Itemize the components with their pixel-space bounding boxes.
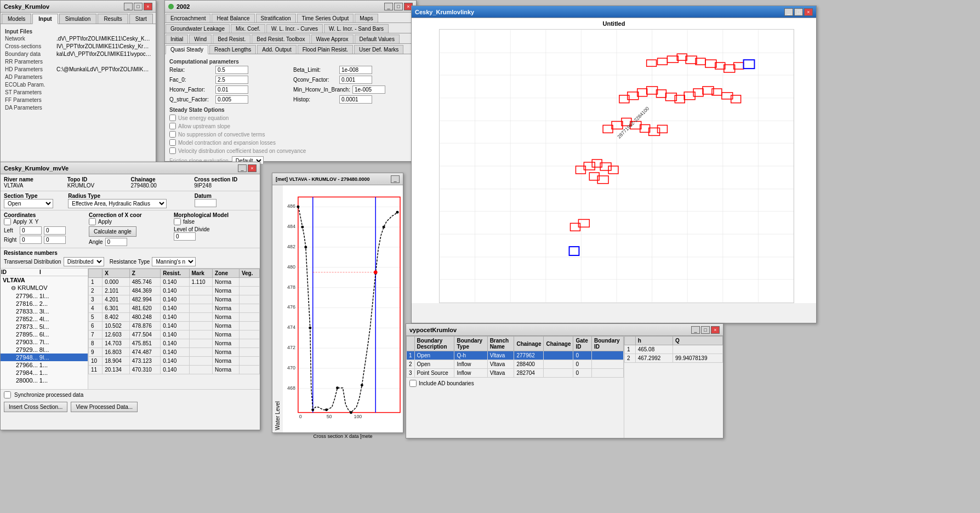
toolbar-tab-heat-balance[interactable]: Heat Balance — [212, 14, 254, 22]
level-divide-input[interactable] — [174, 232, 196, 241]
section-type-select[interactable]: Open — [4, 199, 53, 208]
cs-table-row[interactable]: 10.000485.7460.1401.110Norma — [89, 278, 260, 287]
bc-table-row[interactable]: 3Point SourceInflowVltava2827040 — [407, 369, 624, 378]
cs-tree-item[interactable]: 27816... 2... — [1, 300, 88, 307]
steady-check[interactable] — [169, 131, 176, 138]
cs-table-row[interactable]: 916.803474.4870.140Norma — [89, 348, 260, 357]
toolbar-tab-w.-l.-incr.---curves[interactable]: W. L. Incr. - Curves — [266, 24, 323, 33]
sync-data-check[interactable] — [4, 391, 11, 398]
cs-tree-item[interactable]: 27833... 3l... — [1, 307, 88, 315]
cs-tree-item[interactable]: ⊖ KRUMLOV — [1, 284, 88, 292]
cs-tree-item[interactable]: 27895... 6l... — [1, 330, 88, 338]
toolbar-tab-default-values[interactable]: Default Values — [355, 35, 400, 43]
tab-input[interactable]: Input — [32, 14, 58, 24]
toolbar-tab-user-def.-marks[interactable]: User Def. Marks — [354, 45, 403, 54]
comp-param-input[interactable] — [215, 95, 248, 104]
comp-param-input[interactable] — [215, 86, 248, 94]
toolbar-tab-maps[interactable]: Maps — [355, 14, 378, 22]
insert-cross-section-btn[interactable]: Insert Cross Section... — [4, 402, 67, 412]
cs-tree-item[interactable]: 27903... 7l... — [1, 338, 88, 346]
coord-apply-check[interactable] — [4, 218, 11, 225]
right-y-input[interactable] — [44, 236, 66, 244]
comp-param-input[interactable] — [215, 76, 248, 84]
cs-minimize-btn[interactable]: _ — [238, 164, 247, 172]
cs-table-row[interactable]: 46.301481.6200.140Norma — [89, 304, 260, 313]
toolbar-tab-initial[interactable]: Initial — [166, 35, 188, 43]
map-maximize-btn[interactable]: □ — [794, 8, 803, 16]
cs-table-row[interactable]: 814.703475.8510.140Norma — [89, 339, 260, 348]
cs-table-row[interactable]: 22.101484.3690.140Norma — [89, 287, 260, 295]
angle-input[interactable] — [105, 238, 127, 246]
left-x-input[interactable] — [20, 226, 42, 235]
toolbar-tab-bed-resist.[interactable]: Bed Resist. — [213, 35, 250, 43]
include-ad-check[interactable] — [409, 380, 417, 387]
cs-table-row[interactable]: 34.201482.9940.140Norma — [89, 295, 260, 304]
cs-tree-item[interactable]: 27984... 1... — [1, 369, 88, 377]
toolbar-tab-quasi-steady[interactable]: Quasi Steady — [166, 45, 208, 54]
toolbar-tab-wind[interactable]: Wind — [189, 35, 212, 43]
cs-tree-item[interactable]: 28000... 1... — [1, 377, 88, 384]
toolbar-tab-mix.-coef.[interactable]: Mix. Coef. — [231, 24, 265, 33]
cs-table-row[interactable]: 712.603477.5040.140Norma — [89, 330, 260, 339]
bc-table-row[interactable]: 2OpenInflowVltava2884000 — [407, 360, 624, 369]
cs-table-row[interactable]: 610.502478.8760.140Norma — [89, 322, 260, 330]
toolbar-tab-groundwater-leakage[interactable]: Groundwater Leakage — [166, 24, 230, 33]
tab-results[interactable]: Results — [98, 14, 128, 24]
map-minimize-btn[interactable]: _ — [784, 8, 793, 16]
main-close-btn[interactable]: × — [144, 3, 152, 10]
sim-maximize-btn[interactable]: □ — [394, 3, 403, 10]
toolbar-tab-flood-plain-resist.[interactable]: Flood Plain Resist. — [298, 45, 353, 54]
cs-tree-item[interactable]: 27948... 9l... — [1, 354, 88, 361]
tab-simulation[interactable]: Simulation — [59, 14, 97, 24]
comp-param-input[interactable] — [352, 86, 385, 94]
cs-tree-item[interactable]: 27966... 1... — [1, 361, 88, 369]
toolbar-tab-bed-resist.-toolbox[interactable]: Bed Resist. Toolbox — [252, 35, 310, 43]
cs-table-row[interactable]: 1120.134470.3100.140Norma — [89, 366, 260, 374]
steady-check[interactable] — [169, 115, 176, 121]
cs-close-btn[interactable]: × — [248, 164, 257, 172]
cs-tree-item[interactable]: VLTAVA — [1, 276, 88, 284]
toolbar-tab-reach-lengths[interactable]: Reach Lengths — [209, 45, 256, 54]
bc-maximize-btn[interactable]: □ — [701, 326, 710, 334]
main-maximize-btn[interactable]: □ — [134, 3, 143, 10]
steady-check[interactable] — [169, 147, 176, 154]
sim-minimize-btn[interactable]: _ — [384, 3, 393, 10]
comp-param-input[interactable] — [339, 95, 372, 104]
cs-tree-item[interactable]: 27873... 5l... — [1, 323, 88, 330]
graph-minimize-btn[interactable]: _ — [391, 175, 400, 183]
comp-param-input[interactable] — [339, 66, 372, 74]
transversal-dist-select[interactable]: Distributed — [64, 257, 104, 266]
comp-param-input[interactable] — [339, 76, 372, 84]
hq-table-row[interactable]: 2467.299299.94078139 — [625, 354, 723, 363]
resistance-type-select[interactable]: Manning's n — [152, 257, 196, 266]
tab-models[interactable]: Models — [2, 14, 31, 24]
cs-tree-item[interactable]: 27796... 1l... — [1, 292, 88, 300]
toolbar-tab-w.-l.-incr.---sand-bars[interactable]: W. L. Incr. - Sand Bars — [324, 24, 389, 33]
toolbar-tab-wave-approx[interactable]: Wave Approx — [311, 35, 354, 43]
steady-check[interactable] — [169, 123, 176, 129]
corr-apply-check[interactable] — [89, 218, 96, 225]
radius-type-select[interactable]: Effective Area, Hydraulic Radius — [68, 199, 167, 208]
datum-input[interactable]: 0 — [195, 199, 216, 207]
map-canvas[interactable]: 28771962-2284100 -1180500 -1181000 -1181… — [439, 29, 794, 303]
bc-minimize-btn[interactable]: _ — [691, 326, 700, 334]
map-close-btn[interactable]: × — [804, 8, 813, 16]
toolbar-tab-add.-output[interactable]: Add. Output — [257, 45, 296, 54]
cs-tree-item[interactable]: 27929... 8l... — [1, 346, 88, 354]
cs-table-row[interactable]: 58.402480.2480.140Norma — [89, 313, 260, 322]
main-minimize-btn[interactable]: _ — [124, 3, 133, 10]
right-x-input[interactable] — [20, 236, 42, 244]
left-y-input[interactable] — [44, 226, 66, 235]
toolbar-tab-encroachment[interactable]: Encroachment — [166, 14, 210, 22]
hq-table-row[interactable]: 1465.08 — [625, 345, 723, 354]
cs-tree-item[interactable]: 27852... 4l... — [1, 315, 88, 323]
toolbar-tab-time-series-output[interactable]: Time Series Output — [297, 14, 354, 22]
divide-section-check[interactable] — [174, 218, 181, 225]
tab-start[interactable]: Start — [129, 14, 153, 24]
bc-close-btn[interactable]: × — [711, 326, 720, 334]
cs-table-row[interactable]: 1018.904473.1230.140Norma — [89, 357, 260, 366]
bc-table-row[interactable]: 1OpenQ-hVltava2779620 — [407, 351, 624, 360]
toolbar-tab-stratification[interactable]: Stratification — [256, 14, 296, 22]
view-processed-data-btn[interactable]: View Processed Data... — [71, 402, 138, 412]
steady-check[interactable] — [169, 139, 176, 146]
